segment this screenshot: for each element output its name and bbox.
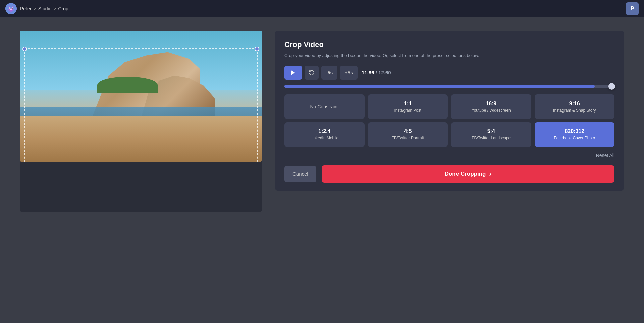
cancel-button[interactable]: Cancel (284, 166, 316, 182)
beach-green (97, 77, 158, 93)
progress-fill (284, 85, 595, 88)
breadcrumb-current: Crop (58, 6, 68, 11)
play-icon (290, 70, 296, 76)
action-row: Cancel Done Cropping › (284, 165, 614, 183)
preset-820-312[interactable]: 820:312 Facebook Cover Photo (535, 122, 615, 147)
breadcrumb-studio[interactable]: Studio (38, 6, 52, 11)
breadcrumb-sep1: > (33, 6, 36, 11)
preset-1-2-4[interactable]: 1:2.4 LinkedIn Mobile (284, 122, 365, 147)
preset-4-5-label: FB/Twitter Portrait (372, 136, 444, 141)
preset-5-4-ratio: 5:4 (455, 128, 527, 134)
user-avatar-large[interactable]: P (626, 2, 639, 15)
preset-16-9[interactable]: 16:9 Youtube / Widescreen (451, 94, 531, 119)
total-time-value: 12.60 (378, 70, 391, 75)
play-button[interactable] (284, 66, 302, 80)
video-frame (20, 31, 262, 162)
main-content: Crop Video Crop your video by adjusting … (0, 17, 644, 323)
progress-handle[interactable] (608, 83, 615, 90)
forward-button[interactable]: +5s (340, 66, 358, 80)
svg-point-4 (9, 8, 10, 8)
preset-5-4[interactable]: 5:4 FB/Twitter Landscape (451, 122, 531, 147)
preset-4-5[interactable]: 4:5 FB/Twitter Portrait (368, 122, 448, 147)
user-avatar-small (5, 3, 17, 14)
current-time-value: 11.86 (362, 70, 374, 75)
svg-point-5 (12, 8, 13, 8)
video-player (20, 31, 262, 162)
breadcrumb-sep2: > (53, 6, 56, 11)
header-left: Peter > Studio > Crop (5, 3, 68, 14)
preset-16-9-ratio: 16:9 (455, 101, 527, 107)
preset-grid: No Constraint 1:1 Instagram Post 16:9 Yo… (284, 94, 614, 147)
app-header: Peter > Studio > Crop P (0, 0, 644, 17)
preset-1-1[interactable]: 1:1 Instagram Post (368, 94, 448, 119)
panel-description: Crop your video by adjusting the box on … (284, 52, 614, 59)
current-time: 11.86 / 12.60 (362, 70, 391, 75)
preset-1-2-4-label: LinkedIn Mobile (288, 136, 361, 141)
panel-title: Crop Video (284, 40, 614, 49)
preset-no-constraint[interactable]: No Constraint (284, 94, 365, 119)
preset-820-312-ratio: 820:312 (539, 128, 611, 134)
preset-1-1-label: Instagram Post (372, 108, 444, 113)
video-area (20, 31, 262, 212)
preset-9-16-ratio: 9:16 (539, 101, 611, 107)
progress-bar[interactable] (284, 85, 614, 88)
preset-16-9-label: Youtube / Widescreen (455, 108, 527, 113)
done-cropping-label: Done Cropping (445, 171, 486, 177)
crop-panel: Crop Video Crop your video by adjusting … (275, 31, 624, 191)
preset-no-constraint-label: No Constraint (288, 104, 361, 110)
svg-marker-6 (291, 70, 295, 75)
preset-1-1-ratio: 1:1 (372, 101, 444, 107)
reset-icon (309, 70, 315, 76)
reset-all-row: Reset All (284, 152, 614, 158)
done-cropping-button[interactable]: Done Cropping › (322, 165, 614, 183)
beach-sand (20, 116, 262, 162)
preset-1-2-4-ratio: 1:2.4 (288, 128, 361, 134)
preset-9-16-label: Instagram & Snap Story (539, 108, 611, 113)
rewind-button[interactable]: -5s (321, 66, 337, 80)
reset-button[interactable] (305, 66, 319, 80)
preset-9-16[interactable]: 9:16 Instagram & Snap Story (535, 94, 615, 119)
breadcrumb-user[interactable]: Peter (20, 6, 31, 11)
reset-all-button[interactable]: Reset All (596, 153, 614, 158)
breadcrumb: Peter > Studio > Crop (20, 6, 68, 11)
controls-row: -5s +5s 11.86 / 12.60 (284, 66, 614, 80)
preset-820-312-label: Facebook Cover Photo (539, 136, 611, 141)
time-separator: / (376, 70, 378, 75)
chevron-right-icon: › (489, 170, 491, 178)
preset-4-5-ratio: 4:5 (372, 128, 444, 134)
preset-5-4-label: FB/Twitter Landscape (455, 136, 527, 141)
